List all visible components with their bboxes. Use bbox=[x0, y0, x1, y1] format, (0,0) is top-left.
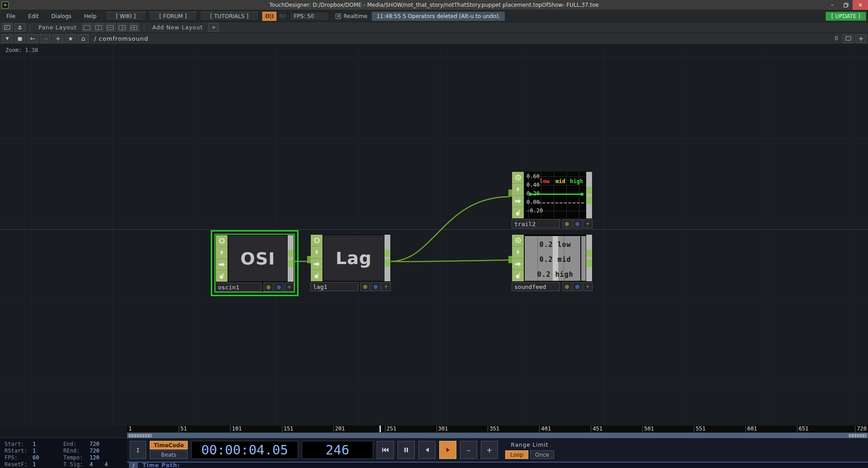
fps-value[interactable]: 60 bbox=[33, 454, 63, 461]
menu-help[interactable]: Help bbox=[78, 10, 103, 22]
export-flag[interactable] bbox=[216, 259, 228, 270]
node-oscin1[interactable]: OSI oscin1 + bbox=[214, 234, 295, 293]
update-button[interactable]: [ UPDATE ] bbox=[825, 12, 866, 21]
export-flag[interactable] bbox=[512, 196, 524, 207]
playhead[interactable] bbox=[379, 425, 381, 432]
back-button[interactable]: ← bbox=[27, 34, 38, 43]
pane-anchor-button[interactable] bbox=[14, 23, 25, 32]
layout-three-pane-button[interactable] bbox=[117, 23, 128, 32]
node-color-button[interactable] bbox=[562, 219, 572, 228]
node-body-viewer[interactable]: 0.2 low 0.2 mid 0.2 high bbox=[524, 235, 586, 281]
input-connector[interactable] bbox=[307, 256, 311, 263]
node-comment-button[interactable] bbox=[371, 282, 380, 291]
node-color-button[interactable] bbox=[264, 283, 273, 292]
frame-decrement-button[interactable]: – bbox=[460, 441, 477, 459]
lock-flag[interactable] bbox=[512, 270, 524, 281]
lock-flag[interactable] bbox=[216, 270, 228, 282]
add-layout-button[interactable]: + bbox=[208, 23, 219, 32]
output-connector[interactable] bbox=[288, 250, 293, 257]
output-connector[interactable] bbox=[587, 260, 592, 267]
wire-lag1-soundfeed[interactable] bbox=[391, 260, 509, 262]
end-value[interactable]: 720 bbox=[90, 441, 100, 448]
output-connector[interactable] bbox=[288, 260, 293, 267]
lock-flag[interactable] bbox=[512, 207, 524, 218]
node-name[interactable]: soundfeed bbox=[512, 282, 560, 291]
rend-value[interactable]: 720 bbox=[90, 448, 100, 454]
realtime-toggle[interactable]: × Realtime bbox=[336, 13, 367, 19]
bypass-flag[interactable] bbox=[512, 246, 524, 258]
start-value[interactable]: 1 bbox=[33, 441, 63, 448]
once-button[interactable]: Once bbox=[530, 450, 554, 459]
jump-to-start-button[interactable] bbox=[377, 441, 394, 459]
stop-button[interactable]: ■ bbox=[14, 34, 25, 43]
minimize-button[interactable]: – bbox=[825, 0, 839, 10]
node-comment-button[interactable] bbox=[573, 219, 582, 228]
tempo-value[interactable]: 120 bbox=[90, 454, 100, 461]
node-comment-button[interactable] bbox=[274, 283, 284, 292]
node-add-button[interactable]: + bbox=[285, 283, 294, 292]
menu-edit[interactable]: Edit bbox=[22, 10, 45, 22]
node-name[interactable]: lag1 bbox=[310, 282, 358, 291]
node-lag1[interactable]: Lag lag1 + bbox=[310, 234, 391, 291]
resetf-value[interactable]: 1 bbox=[33, 461, 63, 468]
viewer-flag[interactable] bbox=[216, 235, 228, 247]
tsig-value-2[interactable]: 4 bbox=[104, 461, 108, 468]
layout-hsplit-button[interactable] bbox=[105, 23, 116, 32]
node-trail2[interactable]: 0.60 0.40 0.20 0.00 -0.20 low mid high bbox=[512, 171, 593, 228]
time-path-root-button[interactable]: / bbox=[129, 463, 138, 468]
pause-button[interactable] bbox=[398, 441, 415, 459]
node-name[interactable]: trail2 bbox=[512, 219, 560, 228]
node-color-button[interactable] bbox=[360, 282, 370, 291]
output-connector[interactable] bbox=[587, 197, 592, 204]
tsig-value-1[interactable]: 4 bbox=[90, 461, 93, 468]
restore-button[interactable] bbox=[839, 0, 853, 10]
network-path-breadcrumb[interactable]: / comfromsound bbox=[94, 35, 148, 42]
play-backward-button[interactable] bbox=[418, 441, 436, 459]
bypass-flag[interactable] bbox=[311, 246, 323, 258]
tutorials-button[interactable]: [ TUTORIALS ] bbox=[200, 12, 259, 21]
node-add-button[interactable]: + bbox=[583, 282, 593, 291]
frame-increment-button[interactable]: + bbox=[481, 441, 498, 459]
node-body-viewer[interactable]: 0.60 0.40 0.20 0.00 -0.20 low mid high bbox=[524, 172, 586, 218]
wire-lag1-trail2[interactable] bbox=[391, 197, 509, 261]
layout-single-button[interactable] bbox=[82, 23, 92, 32]
output-connector[interactable] bbox=[385, 260, 390, 267]
node-color-button[interactable] bbox=[562, 282, 572, 291]
rstart-value[interactable]: 1 bbox=[33, 448, 63, 454]
layout-quad-button[interactable] bbox=[129, 23, 139, 32]
network-editor[interactable]: Zoom: 1.38 bbox=[0, 44, 868, 425]
independent-time-button[interactable]: I bbox=[130, 441, 146, 459]
export-flag[interactable] bbox=[311, 259, 323, 270]
node-name[interactable]: oscin1 bbox=[215, 283, 261, 292]
node-add-button[interactable]: + bbox=[381, 282, 391, 291]
node-add-button[interactable]: + bbox=[583, 219, 593, 228]
node-body[interactable]: Lag bbox=[323, 235, 384, 281]
add-pane-button[interactable]: + bbox=[52, 34, 63, 43]
menu-file[interactable]: File bbox=[0, 10, 22, 22]
lock-flag[interactable] bbox=[311, 270, 323, 281]
pane-window-button[interactable] bbox=[843, 34, 854, 43]
output-connector[interactable] bbox=[587, 187, 592, 194]
menu-dialogs[interactable]: Dialogs bbox=[45, 10, 77, 22]
pane-type-dropdown[interactable]: ▼ bbox=[2, 34, 13, 43]
input-connector[interactable] bbox=[508, 256, 512, 263]
timecode-mode-button[interactable]: TimeCode bbox=[150, 441, 188, 449]
input-connector[interactable] bbox=[508, 189, 512, 197]
node-comment-button[interactable] bbox=[573, 282, 582, 291]
viewer-flag[interactable] bbox=[512, 172, 524, 184]
play-button[interactable] bbox=[439, 441, 456, 459]
oi-toggle[interactable]: O|I bbox=[262, 12, 276, 21]
maximize-pane-button[interactable] bbox=[2, 23, 13, 32]
timeline-ruler[interactable]: 1 51 101 151 201 251 301 351 401 451 501… bbox=[127, 425, 868, 432]
scrollbar-left-grip[interactable] bbox=[128, 434, 152, 438]
beats-mode-button[interactable]: Beats bbox=[150, 450, 188, 459]
layout-vsplit-button[interactable] bbox=[94, 23, 104, 32]
viewer-flag[interactable] bbox=[512, 235, 524, 246]
bookmark-button[interactable]: ★ bbox=[65, 34, 76, 43]
viewer-flag[interactable] bbox=[311, 235, 323, 246]
forward-button[interactable]: → bbox=[40, 34, 51, 43]
loop-button[interactable]: Loop bbox=[505, 450, 528, 459]
output-connector[interactable] bbox=[385, 250, 390, 257]
fps-readout[interactable]: FPS: 50 bbox=[289, 12, 329, 21]
export-flag[interactable] bbox=[512, 259, 524, 270]
